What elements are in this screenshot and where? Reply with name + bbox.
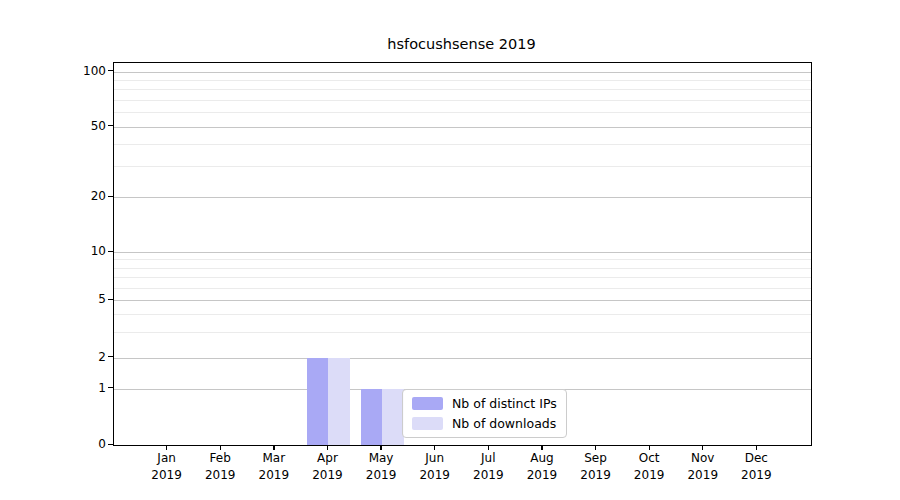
x-tick-label: May2019 — [353, 450, 409, 484]
y-tick-mark — [108, 387, 113, 388]
x-tick-month: Aug — [514, 450, 570, 467]
gridline-major — [114, 252, 811, 253]
legend: Nb of distinct IPsNb of downloads — [402, 389, 567, 438]
x-tick-label: Sep2019 — [568, 450, 624, 484]
x-tick-label: Mar2019 — [246, 450, 302, 484]
x-tick-year: 2019 — [514, 467, 570, 484]
gridline-minor — [114, 100, 811, 101]
x-tick-month: Sep — [568, 450, 624, 467]
bar-nb-of-distinct-ips — [361, 389, 383, 445]
legend-item: Nb of downloads — [412, 416, 557, 431]
x-tick-year: 2019 — [246, 467, 302, 484]
gridline-minor — [114, 80, 811, 81]
bar-nb-of-downloads — [328, 358, 350, 445]
x-tick-label: Apr2019 — [299, 450, 355, 484]
x-tick-label: Aug2019 — [514, 450, 570, 484]
x-tick-month: Jul — [460, 450, 516, 467]
gridline-minor — [114, 112, 811, 113]
legend-swatch — [412, 397, 443, 410]
x-tick-year: 2019 — [675, 467, 731, 484]
gridline-minor — [114, 288, 811, 289]
gridline-minor — [114, 144, 811, 145]
y-tick-mark — [108, 356, 113, 357]
gridline-major — [114, 300, 811, 301]
y-tick-mark — [108, 251, 113, 252]
x-tick-month: Dec — [728, 450, 784, 467]
gridline-major — [114, 127, 811, 128]
x-tick-year: 2019 — [299, 467, 355, 484]
y-tick-mark — [108, 299, 113, 300]
x-tick-year: 2019 — [568, 467, 624, 484]
x-tick-month: Apr — [299, 450, 355, 467]
bar-nb-of-distinct-ips — [307, 358, 329, 445]
y-tick-mark — [108, 125, 113, 126]
y-tick-label: 50 — [56, 119, 106, 133]
x-tick-year: 2019 — [621, 467, 677, 484]
x-tick-label: Dec2019 — [728, 450, 784, 484]
y-tick-label: 10 — [56, 244, 106, 258]
x-tick-month: Mar — [246, 450, 302, 467]
gridline-minor — [114, 166, 811, 167]
x-tick-label: Oct2019 — [621, 450, 677, 484]
x-tick-month: Feb — [192, 450, 248, 467]
x-tick-month: Jan — [139, 450, 195, 467]
chart-canvas: hsfocushsense 2019 Nb of distinct IPsNb … — [0, 0, 900, 500]
y-tick-label: 0 — [56, 437, 106, 451]
legend-label: Nb of distinct IPs — [452, 396, 557, 411]
gridline-minor — [114, 259, 811, 260]
y-tick-label: 20 — [56, 189, 106, 203]
gridline-major — [114, 72, 811, 73]
x-tick-month: May — [353, 450, 409, 467]
x-tick-year: 2019 — [460, 467, 516, 484]
gridline-minor — [114, 268, 811, 269]
y-tick-label: 5 — [56, 292, 106, 306]
x-tick-label: Nov2019 — [675, 450, 731, 484]
y-tick-label: 2 — [56, 350, 106, 364]
x-tick-year: 2019 — [407, 467, 463, 484]
x-tick-year: 2019 — [139, 467, 195, 484]
legend-item: Nb of distinct IPs — [412, 396, 557, 411]
gridline-minor — [114, 89, 811, 90]
y-tick-label: 1 — [56, 381, 106, 395]
x-tick-label: Jun2019 — [407, 450, 463, 484]
x-tick-month: Nov — [675, 450, 731, 467]
x-tick-label: Jan2019 — [139, 450, 195, 484]
bar-nb-of-downloads — [382, 389, 404, 445]
y-tick-label: 100 — [56, 64, 106, 78]
plot-area: Nb of distinct IPsNb of downloads — [113, 62, 812, 446]
y-tick-mark — [108, 444, 113, 445]
legend-swatch — [412, 417, 443, 430]
x-tick-year: 2019 — [728, 467, 784, 484]
gridline-minor — [114, 277, 811, 278]
gridline-major — [114, 358, 811, 359]
y-tick-mark — [108, 196, 113, 197]
gridline-minor — [114, 314, 811, 315]
x-tick-month: Jun — [407, 450, 463, 467]
x-tick-label: Feb2019 — [192, 450, 248, 484]
x-tick-year: 2019 — [192, 467, 248, 484]
chart-title: hsfocushsense 2019 — [113, 36, 810, 52]
x-tick-label: Jul2019 — [460, 450, 516, 484]
y-tick-mark — [108, 70, 113, 71]
legend-label: Nb of downloads — [452, 416, 556, 431]
gridline-major — [114, 197, 811, 198]
x-tick-month: Oct — [621, 450, 677, 467]
x-tick-year: 2019 — [353, 467, 409, 484]
gridline-minor — [114, 332, 811, 333]
